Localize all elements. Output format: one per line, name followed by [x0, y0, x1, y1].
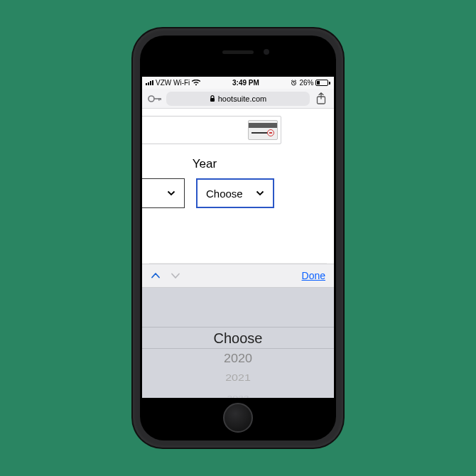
status-right: 26% [291, 79, 330, 87]
picker-option[interactable]: Choose [142, 328, 334, 348]
address-bar[interactable]: hootsuite.com [166, 92, 310, 106]
chevron-down-icon [167, 189, 175, 198]
passwords-key-icon[interactable] [148, 94, 161, 103]
svg-point-1 [148, 96, 154, 102]
earpiece-speaker [222, 50, 254, 54]
status-bar: VZW Wi-Fi 3:49 PM 26% [142, 77, 334, 89]
year-select-value: Choose [206, 188, 243, 200]
wifi-icon [192, 80, 200, 86]
picker-option[interactable]: 2021 [142, 370, 334, 386]
chevron-down-icon [256, 189, 264, 198]
input-accessory-bar: Done [142, 264, 334, 288]
month-select[interactable]: se [142, 178, 185, 208]
iphone-device-frame: VZW Wi-Fi 3:49 PM 26% [133, 28, 343, 448]
screen: VZW Wi-Fi 3:49 PM 26% [142, 77, 334, 398]
status-time: 3:49 PM [232, 79, 259, 87]
iphone-bezel: VZW Wi-Fi 3:49 PM 26% [140, 36, 336, 440]
home-button[interactable] [223, 403, 253, 433]
picker-option[interactable]: 2022 [142, 392, 334, 398]
divider [149, 263, 327, 264]
done-button[interactable]: Done [302, 270, 325, 281]
share-icon[interactable] [315, 92, 328, 105]
page-content: Year se Choose [142, 109, 334, 264]
front-camera [264, 49, 269, 55]
address-domain: hootsuite.com [218, 94, 266, 103]
year-label: Year [162, 157, 247, 171]
card-number-field[interactable] [142, 116, 281, 144]
lock-icon [210, 95, 215, 102]
picker-items: Choose 2020 2021 2022 [142, 328, 334, 398]
signal-bars-icon [146, 80, 153, 86]
svg-rect-3 [158, 98, 160, 100]
prev-field-chevron-up-icon[interactable] [151, 271, 161, 281]
svg-rect-4 [160, 98, 161, 100]
picker-option[interactable]: 2020 [142, 349, 334, 367]
battery-percent: 26% [299, 79, 313, 87]
status-left: VZW Wi-Fi [146, 79, 200, 87]
expiry-selects-row: se Choose [142, 178, 325, 208]
svg-rect-2 [154, 98, 161, 99]
safari-toolbar: hootsuite.com [142, 89, 334, 109]
credit-card-back-icon [248, 120, 278, 140]
picker-wheel[interactable]: Choose 2020 2021 2022 [142, 288, 334, 398]
carrier-label: VZW Wi-Fi [156, 79, 190, 87]
svg-rect-5 [210, 98, 215, 102]
next-field-chevron-down-icon[interactable] [171, 271, 180, 281]
battery-icon [315, 80, 330, 86]
alarm-icon [291, 80, 297, 86]
year-select[interactable]: Choose [196, 178, 274, 208]
